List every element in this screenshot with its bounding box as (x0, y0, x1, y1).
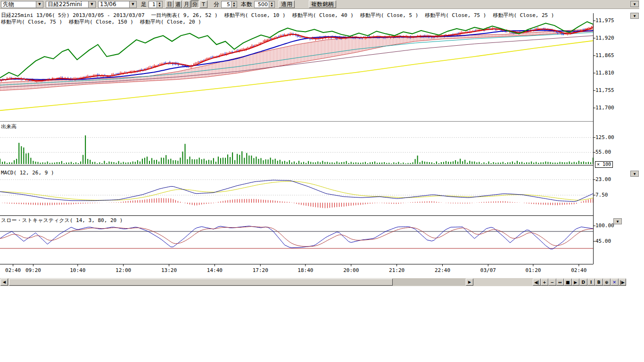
zoom-in-button[interactable]: + (541, 279, 549, 286)
legend-item: 移動平均( Close, 20 ) (140, 18, 201, 25)
bar-multiplier-input[interactable]: 1 ▲▼ (149, 1, 163, 8)
legend-item: 日経225mini 13/06( 5分) 2013/03/05 - 2013/0… (1, 12, 145, 19)
spinner-arrows-icon[interactable]: ▲▼ (157, 1, 162, 8)
period-button-group: 日週月分T (165, 0, 208, 8)
chart-canvas[interactable] (0, 0, 644, 362)
bars-count-value: 500 (258, 1, 269, 8)
legend-item: 一目均衡表( 9, 26, 52 ) (151, 12, 218, 19)
period-button-day[interactable]: 日 (165, 0, 173, 8)
legend-item: 移動平均( Close, 10 ) (224, 12, 286, 19)
bars-count-label: 本数 (241, 0, 252, 8)
volume-pane-label: 出来高 (1, 123, 17, 130)
pane-menu-arrow-top-icon[interactable]: ▼ (630, 1, 639, 7)
legend-item: 移動平均( Close, 75 ) (1, 18, 62, 25)
pane-menu-arrow-stoch-icon[interactable]: ▼ (613, 218, 622, 224)
legend-item: 移動平均( Close, 25 ) (493, 12, 554, 19)
legend-row-2: 移動平均( Close, 75 )移動平均( Close, 150 )移動平均(… (1, 18, 201, 25)
pane-menu-arrow-macd-icon[interactable]: ▼ (630, 171, 639, 177)
zoom-out-button[interactable]: − (548, 279, 556, 286)
bars-count-input[interactable]: 500 ▲▼ (254, 1, 275, 8)
legend-item: 移動平均( Close, 40 ) (292, 12, 354, 19)
minute-value: 5 (227, 1, 231, 8)
dropdown-arrow-icon[interactable]: ▼ (129, 1, 136, 8)
play-button[interactable]: ▶ (572, 279, 580, 286)
minute-label: 分 (214, 0, 219, 8)
pane-menu-arrow-price-icon[interactable]: ▼ (630, 13, 639, 19)
instrument-type-dropdown[interactable]: 先物 ▼ (1, 1, 43, 8)
bar-label: 足 (141, 0, 147, 8)
apply-button[interactable]: 適用 (279, 0, 295, 8)
d-button[interactable]: D (579, 279, 587, 286)
spinner-arrows-icon[interactable]: ▲▼ (269, 1, 274, 8)
dropdown-arrow-icon[interactable]: ▼ (36, 1, 43, 8)
spinner-arrows-icon[interactable]: ▲▼ (231, 1, 237, 8)
macd-pane-label: MACD( 12, 26, 9 ) (1, 170, 54, 176)
jump-end-button[interactable]: |▶ (619, 279, 627, 286)
legend-item: 移動平均( Close, 75 ) (425, 12, 486, 19)
minute-input[interactable]: 5 ▲▼ (221, 1, 237, 8)
contract-month-dropdown[interactable]: 13/06 ▼ (98, 1, 137, 8)
jump-start-button[interactable]: ◀| (533, 279, 541, 286)
volume-scale-label: × 100 (595, 161, 613, 168)
multi-symbol-button[interactable]: 複数銘柄 (309, 0, 336, 8)
magnify-button[interactable]: ⊕ (603, 279, 611, 286)
legend-item: 移動平均( Close, 150 ) (69, 18, 133, 25)
horizontal-scrollbar: ◀ ▶ ◀|+−↔■▶DIB⊕✕|▶ (0, 278, 626, 286)
i-button[interactable]: I (587, 279, 595, 286)
contract-month-value: 13/06 (100, 1, 116, 8)
symbol-dropdown[interactable]: 日経225mini ▼ (46, 1, 96, 8)
b-button[interactable]: B (595, 279, 603, 286)
toolbar: 先物 ▼ 日経225mini ▼ 13/06 ▼ 足 1 ▲▼ 日週月分T 分 … (0, 0, 639, 9)
period-button-month[interactable]: 月 (182, 0, 190, 8)
dropdown-arrow-icon[interactable]: ▼ (88, 1, 95, 8)
scroll-right-button[interactable]: ▶ (466, 279, 473, 286)
fit-width-button[interactable]: ↔ (556, 279, 564, 286)
legend-row-1: 日経225mini 13/06( 5分) 2013/03/05 - 2013/0… (1, 12, 554, 19)
period-button-tick[interactable]: T (199, 0, 207, 8)
bar-multiplier-value: 1 (152, 1, 157, 8)
scrollbar-button-cluster: ◀|+−↔■▶DIB⊕✕|▶ (533, 279, 626, 286)
chart-application-window: 11,97511,92011,86511,81011,75511,700125.… (0, 0, 644, 362)
stop-button[interactable]: ■ (564, 279, 572, 286)
close-button[interactable]: ✕ (611, 279, 619, 286)
scrollbar-thumb[interactable] (9, 279, 393, 286)
instrument-type-value: 先物 (3, 0, 14, 8)
legend-item: 移動平均( Close, 5 ) (360, 12, 418, 19)
period-button-week[interactable]: 週 (174, 0, 182, 8)
stochastics-pane-label: スロー・ストキャスティクス( 14, 3, 80, 20 ) (1, 217, 123, 224)
period-button-minute[interactable]: 分 (191, 0, 199, 8)
scroll-left-button[interactable]: ◀ (0, 279, 8, 286)
symbol-value: 日経225mini (48, 0, 82, 8)
